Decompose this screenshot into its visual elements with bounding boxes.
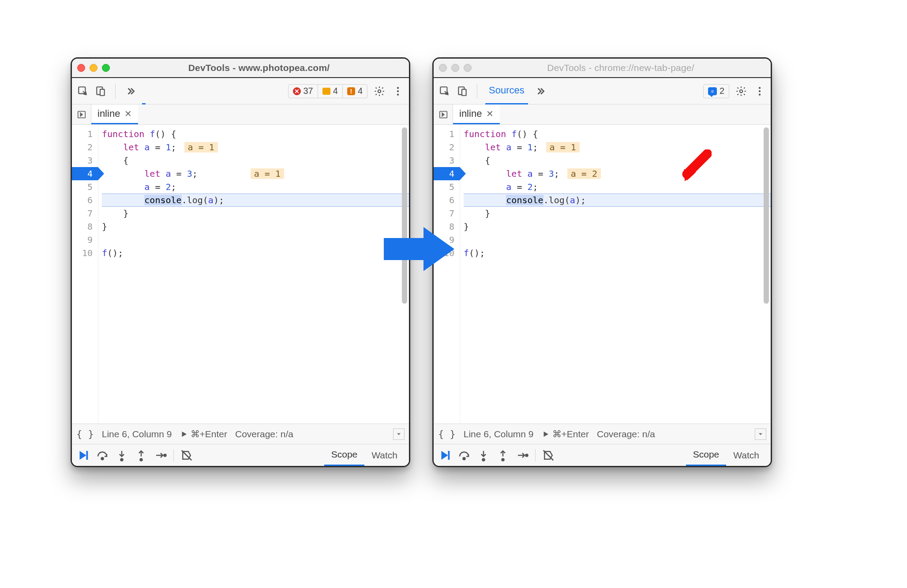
line-number[interactable]: 2 — [72, 141, 98, 154]
zoom-dot[interactable] — [464, 64, 472, 72]
issues-counter[interactable]: 4 — [342, 85, 367, 98]
svg-point-25 — [526, 454, 528, 456]
gear-icon[interactable] — [735, 85, 748, 98]
svg-point-19 — [759, 93, 761, 95]
kebab-icon[interactable] — [391, 85, 405, 98]
close-dot[interactable] — [439, 64, 447, 72]
separator — [535, 449, 536, 461]
device-toggle-icon[interactable] — [94, 85, 107, 98]
inspect-icon[interactable] — [438, 85, 451, 98]
line-number[interactable]: 5 — [434, 180, 460, 194]
info-counter[interactable]: ≡ 2 — [704, 85, 729, 98]
code-line[interactable] — [464, 233, 771, 246]
file-tab-inline[interactable]: inline ✕ — [453, 104, 500, 124]
step-into-icon[interactable] — [477, 449, 490, 462]
step-over-icon[interactable] — [457, 449, 471, 462]
code-line[interactable]: f(); — [464, 246, 771, 260]
deactivate-breakpoints-icon[interactable] — [542, 449, 555, 462]
code-line[interactable]: function f() { — [464, 127, 771, 141]
step-icon[interactable] — [516, 449, 529, 462]
kebab-icon[interactable] — [753, 85, 766, 98]
code-line[interactable]: console.log(a); — [464, 194, 771, 207]
step-out-icon[interactable] — [496, 449, 510, 462]
close-icon[interactable]: ✕ — [486, 108, 494, 119]
code-line[interactable]: function f() { — [102, 127, 409, 141]
code-area[interactable]: function f() { let a = 1;a = 1 { let a =… — [98, 125, 409, 424]
code-line[interactable]: } — [464, 220, 771, 233]
code-editor[interactable]: 12345678910 function f() { let a = 1;a =… — [72, 125, 409, 424]
pretty-print-icon[interactable]: { } — [438, 428, 456, 439]
pretty-print-icon[interactable]: { } — [76, 428, 94, 439]
line-number[interactable]: 7 — [72, 207, 98, 220]
run-snippet[interactable]: ⌘+Enter — [180, 429, 227, 439]
line-number[interactable]: 6 — [434, 194, 460, 207]
tab-watch[interactable]: Watch — [364, 444, 405, 466]
svg-point-3 — [378, 89, 381, 93]
code-editor[interactable]: 12345678910 function f() { let a = 1;a =… — [434, 125, 771, 424]
line-number[interactable]: 8 — [72, 220, 98, 233]
line-number[interactable]: 4 — [72, 167, 98, 180]
zoom-dot[interactable] — [102, 64, 110, 72]
line-number[interactable]: 10 — [72, 246, 98, 260]
step-out-icon[interactable] — [135, 449, 148, 462]
code-line[interactable]: { — [464, 154, 771, 167]
line-number[interactable]: 9 — [72, 233, 98, 246]
step-icon[interactable] — [154, 449, 167, 462]
file-tab-inline[interactable]: inline ✕ — [91, 104, 138, 124]
navigator-toggle-icon[interactable] — [72, 104, 91, 124]
code-line[interactable]: let a = 1;a = 1 — [464, 141, 771, 154]
code-line[interactable]: } — [464, 207, 771, 220]
line-number[interactable]: 5 — [72, 180, 98, 194]
resume-icon[interactable] — [438, 449, 451, 462]
line-number[interactable]: 1 — [72, 127, 98, 141]
tab-scope[interactable]: Scope — [324, 444, 365, 466]
dropdown-icon[interactable] — [755, 428, 766, 440]
code-line[interactable]: console.log(a); — [102, 194, 409, 207]
code-line[interactable]: let a = 3;a = 2 — [464, 167, 771, 180]
scrollbar[interactable] — [764, 127, 769, 304]
close-icon[interactable]: ✕ — [124, 108, 132, 119]
navigator-toggle-icon[interactable] — [434, 104, 453, 124]
gear-icon[interactable] — [373, 85, 386, 98]
svg-point-10 — [121, 458, 123, 461]
code-line[interactable]: let a = 3;a = 1 — [102, 167, 409, 180]
code-line[interactable]: { — [102, 154, 409, 167]
line-number[interactable]: 1 — [434, 127, 460, 141]
code-line[interactable]: } — [102, 207, 409, 220]
warning-counter[interactable]: 4 — [318, 85, 342, 98]
inspect-icon[interactable] — [76, 85, 90, 98]
console-counters[interactable]: ≡ 2 — [703, 84, 729, 98]
code-area[interactable]: function f() { let a = 1;a = 1 { let a =… — [460, 125, 771, 424]
minimize-dot[interactable] — [90, 64, 97, 72]
scrollbar[interactable] — [402, 127, 407, 304]
dropdown-icon[interactable] — [393, 428, 405, 440]
error-counter[interactable]: ✕ 37 — [289, 85, 318, 98]
deactivate-breakpoints-icon[interactable] — [180, 449, 193, 462]
console-counters[interactable]: ✕ 37 4 4 — [288, 84, 368, 98]
line-number[interactable]: 7 — [434, 207, 460, 220]
step-over-icon[interactable] — [96, 449, 109, 462]
code-line[interactable] — [102, 233, 409, 246]
code-line[interactable]: let a = 1;a = 1 — [102, 141, 409, 154]
line-number[interactable]: 3 — [72, 154, 98, 167]
code-line[interactable]: f(); — [102, 246, 409, 260]
run-snippet[interactable]: ⌘+Enter — [542, 429, 589, 439]
more-tabs-icon[interactable] — [533, 85, 547, 98]
resume-icon[interactable] — [76, 449, 90, 462]
minimize-dot[interactable] — [451, 64, 459, 72]
step-into-icon[interactable] — [115, 449, 128, 462]
line-number[interactable]: 4 — [434, 167, 460, 180]
line-number[interactable]: 6 — [72, 194, 98, 207]
more-tabs-icon[interactable] — [124, 85, 137, 98]
tab-watch[interactable]: Watch — [726, 444, 766, 466]
code-line[interactable]: a = 2; — [464, 180, 771, 194]
cursor-position: Line 6, Column 9 — [102, 429, 172, 439]
code-line[interactable]: a = 2; — [102, 180, 409, 194]
line-number[interactable]: 3 — [434, 154, 460, 167]
close-dot[interactable] — [77, 64, 85, 72]
line-number[interactable]: 2 — [434, 141, 460, 154]
tab-sources[interactable]: Sources — [485, 78, 528, 104]
device-toggle-icon[interactable] — [456, 85, 469, 98]
tab-scope[interactable]: Scope — [686, 444, 727, 466]
code-line[interactable]: } — [102, 220, 409, 233]
